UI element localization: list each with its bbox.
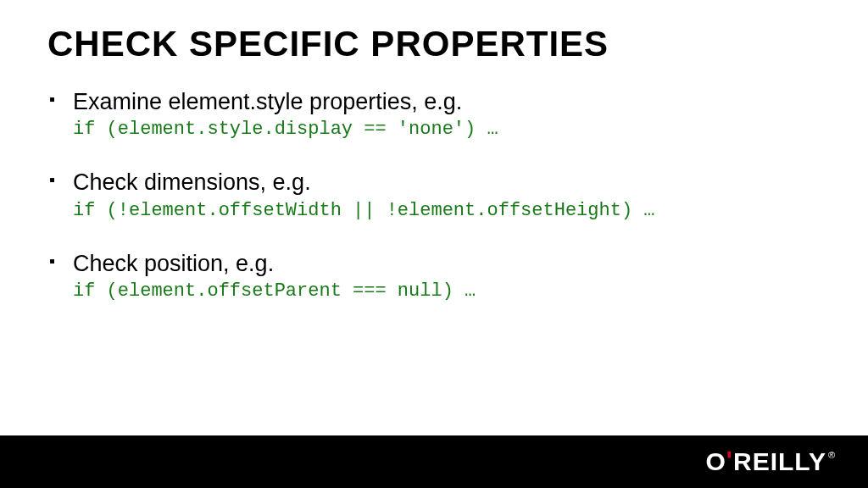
code-snippet: if (element.offsetParent === null) … — [73, 280, 821, 302]
bullet-text: Examine element.style properties, e.g. — [73, 88, 821, 115]
bullet-list: Examine element.style properties, e.g. i… — [47, 88, 821, 302]
code-snippet: if (element.style.display == 'none') … — [73, 119, 821, 140]
bullet-text: Check dimensions, e.g. — [73, 169, 821, 196]
brand-prefix: O — [705, 447, 726, 475]
slide-title: CHECK SPECIFIC PROPERTIES — [47, 24, 821, 64]
slide-content: CHECK SPECIFIC PROPERTIES Examine elemen… — [0, 0, 868, 302]
brand-registered: ® — [828, 450, 836, 460]
brand-suffix: REILLY — [733, 447, 826, 475]
bullet-item: Check dimensions, e.g. if (!element.offs… — [47, 169, 821, 220]
bullet-item: Check position, e.g. if (element.offsetP… — [47, 250, 821, 302]
brand-logo: O'REILLY® — [705, 447, 834, 476]
footer-bar: O'REILLY® — [0, 435, 868, 488]
code-snippet: if (!element.offsetWidth || !element.off… — [73, 200, 821, 221]
brand-apostrophe: ' — [726, 446, 733, 474]
bullet-text: Check position, e.g. — [73, 250, 821, 277]
bullet-item: Examine element.style properties, e.g. i… — [47, 88, 821, 140]
